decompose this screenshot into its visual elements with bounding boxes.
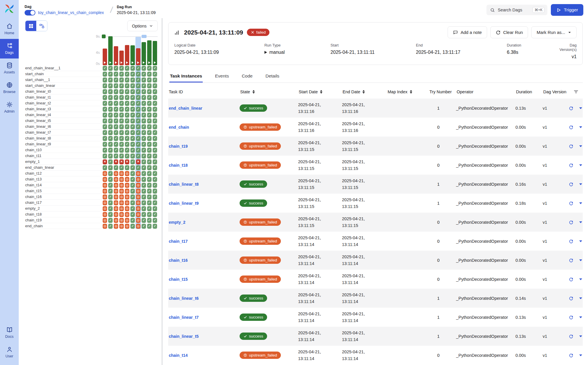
task-instance-cell-upstream_failed[interactable] xyxy=(119,212,124,217)
task-instance-cell-success[interactable]: ✓ xyxy=(130,113,135,118)
grid-task-name[interactable]: chain_linear_t6 xyxy=(25,124,102,130)
task-instance-cell-success[interactable]: ✓ xyxy=(130,206,135,211)
task-instance-cell-success[interactable]: ✓ xyxy=(147,72,152,77)
row-menu-caret-icon[interactable] xyxy=(579,126,582,128)
task-instance-cell-success[interactable]: ✓ xyxy=(119,148,124,153)
task-instance-cell-success[interactable]: ✓ xyxy=(119,72,124,77)
task-id-link[interactable]: chain_t19 xyxy=(168,144,240,149)
task-instance-cell-success[interactable]: ✓ xyxy=(119,66,124,71)
task-instance-cell-success[interactable]: ✓ xyxy=(142,101,146,106)
task-instance-cell-upstream_failed[interactable] xyxy=(114,212,118,217)
grid-task-name[interactable]: chain_linear_t0 xyxy=(25,89,102,94)
row-menu-caret-icon[interactable] xyxy=(579,278,582,280)
task-instance-cell-success[interactable]: ✓ xyxy=(119,130,124,135)
task-id-link[interactable]: chain_t18 xyxy=(168,163,240,168)
task-instance-cell-success[interactable]: ✓ xyxy=(130,200,135,205)
task-instance-cell-success[interactable]: ✓ xyxy=(153,171,157,176)
row-menu-caret-icon[interactable] xyxy=(579,202,582,204)
sidebar-item-dags[interactable]: Dags xyxy=(0,39,19,58)
clear-task-icon[interactable] xyxy=(569,315,573,320)
task-instance-cell-upstream_failed[interactable] xyxy=(119,183,124,188)
clear-task-icon[interactable] xyxy=(569,296,573,301)
sort-icon[interactable] xyxy=(362,90,365,94)
task-instance-cell-success[interactable]: ✓ xyxy=(130,136,135,141)
row-menu-caret-icon[interactable] xyxy=(579,259,582,261)
grid-task-name[interactable]: chain_t14 xyxy=(25,182,102,188)
task-instance-cell-success[interactable]: ✓ xyxy=(125,142,129,147)
task-instance-cell-success[interactable]: ✓ xyxy=(136,83,140,88)
task-instance-cell-success[interactable]: ✓ xyxy=(125,66,129,71)
task-instance-cell-upstream_failed[interactable] xyxy=(119,218,124,223)
task-instance-cell-success[interactable]: ✓ xyxy=(108,165,113,170)
task-instance-cell-success[interactable]: ✓ xyxy=(108,142,113,147)
task-instance-cell-success[interactable]: ✓ xyxy=(147,101,152,106)
task-instance-cell-success[interactable]: ✓ xyxy=(153,142,157,147)
task-instance-cell-success[interactable]: ✓ xyxy=(108,118,113,123)
task-instance-cell-success[interactable]: ✓ xyxy=(114,95,118,100)
dag-run-bar[interactable] xyxy=(130,45,135,65)
task-instance-cell-success[interactable]: ✓ xyxy=(147,212,152,217)
task-instance-cell-success[interactable]: ✓ xyxy=(142,89,146,94)
sidebar-item-assets[interactable]: Assets xyxy=(0,58,19,78)
task-instance-cell-success[interactable]: ✓ xyxy=(130,177,135,182)
task-instance-cell-success[interactable]: ✓ xyxy=(103,154,107,159)
grid-task-name[interactable]: chain_linear_t9 xyxy=(25,141,102,147)
task-instance-cell-success[interactable]: ✓ xyxy=(103,95,107,100)
dag-pause-toggle[interactable] xyxy=(25,10,35,16)
task-instance-cell-success[interactable]: ✓ xyxy=(147,159,152,164)
task-instance-cell-success[interactable]: ✓ xyxy=(142,148,146,153)
task-instance-cell-success[interactable]: ✓ xyxy=(108,224,113,229)
task-instance-cell-success[interactable]: ✓ xyxy=(142,177,146,182)
task-instance-cell-upstream_failed[interactable] xyxy=(125,224,129,229)
clear-task-icon[interactable] xyxy=(569,125,573,130)
task-instance-cell-upstream_failed[interactable] xyxy=(103,200,107,205)
task-instance-cell-upstream_failed[interactable] xyxy=(103,189,107,194)
task-instance-cell-success[interactable]: ✓ xyxy=(130,89,135,94)
task-instance-cell-upstream_failed[interactable] xyxy=(119,177,124,182)
sidebar-item-user[interactable]: User xyxy=(0,342,19,362)
task-instance-cell-success[interactable]: ✓ xyxy=(125,136,129,141)
task-instance-cell-success[interactable]: ✓ xyxy=(108,130,113,135)
task-instance-cell-success[interactable]: ✓ xyxy=(108,83,113,88)
task-instance-cell-success[interactable]: ✓ xyxy=(108,171,113,176)
dag-run-bar[interactable] xyxy=(147,40,152,65)
grid-task-name[interactable]: chain_linear_t7 xyxy=(25,130,102,135)
task-instance-cell-upstream_failed[interactable] xyxy=(119,200,124,205)
task-instance-cell-success[interactable]: ✓ xyxy=(125,89,129,94)
task-instance-cell-upstream_failed[interactable] xyxy=(125,194,129,199)
task-instance-cell-success[interactable]: ✓ xyxy=(125,101,129,106)
task-instance-cell-success[interactable]: ✓ xyxy=(130,107,135,112)
grid-task-name[interactable]: chain_t11 xyxy=(25,153,102,159)
task-instance-cell-upstream_failed[interactable] xyxy=(125,171,129,176)
dag-run-bar[interactable] xyxy=(108,36,113,65)
task-instance-cell-success[interactable]: ✓ xyxy=(103,130,107,135)
clear-task-icon[interactable] xyxy=(569,258,573,263)
task-instance-cell-upstream_failed[interactable] xyxy=(114,183,118,188)
task-instance-cell-success[interactable]: ✓ xyxy=(103,124,107,129)
grid-task-name[interactable]: chain_t16 xyxy=(25,194,102,200)
task-instance-cell-success[interactable]: ✓ xyxy=(130,159,135,164)
task-instance-cell-success[interactable]: ✓ xyxy=(142,183,146,188)
grid-task-name[interactable]: start_chain_linear xyxy=(25,83,102,89)
task-instance-cell-success[interactable]: ✓ xyxy=(147,142,152,147)
task-instance-cell-upstream_failed[interactable] xyxy=(114,224,118,229)
task-instance-cell-success[interactable]: ✓ xyxy=(114,136,118,141)
task-instance-cell-success[interactable]: ✓ xyxy=(142,113,146,118)
task-instance-cell-success[interactable]: ✓ xyxy=(108,194,113,199)
task-instance-cell-success[interactable]: ✓ xyxy=(108,101,113,106)
task-instance-cell-success[interactable]: ✓ xyxy=(136,66,140,71)
task-instance-cell-upstream_failed[interactable] xyxy=(125,183,129,188)
task-instance-cell-success[interactable]: ✓ xyxy=(142,194,146,199)
task-instance-cell-upstream_failed[interactable] xyxy=(114,218,118,223)
task-instance-cell-success[interactable]: ✓ xyxy=(153,89,157,94)
task-instance-cell-success[interactable]: ✓ xyxy=(130,130,135,135)
filter-icon[interactable] xyxy=(573,89,579,94)
task-instance-cell-success[interactable]: ✓ xyxy=(130,142,135,147)
task-instance-cell-success[interactable]: ✓ xyxy=(125,148,129,153)
task-instance-cell-success[interactable]: ✓ xyxy=(130,148,135,153)
grid-task-name[interactable]: chain_t19 xyxy=(25,217,102,223)
task-instance-cell-upstream_failed[interactable] xyxy=(125,177,129,182)
task-instance-cell-upstream_failed[interactable] xyxy=(125,212,129,217)
task-instance-cell-success[interactable]: ✓ xyxy=(142,218,146,223)
task-instance-cell-success[interactable]: ✓ xyxy=(119,154,124,159)
